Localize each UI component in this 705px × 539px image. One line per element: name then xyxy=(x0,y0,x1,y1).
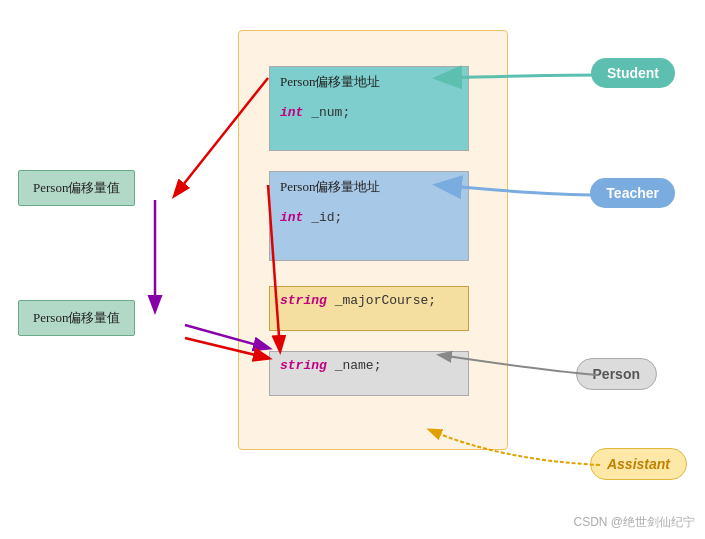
box3-varname: _majorCourse; xyxy=(335,293,436,308)
left-box-1: Person偏移量值 xyxy=(18,170,135,206)
left-box-1-label: Person偏移量值 xyxy=(33,180,120,195)
box4-varname: _name; xyxy=(335,358,382,373)
box2-title: Person偏移量地址 xyxy=(280,178,458,196)
mem-box-2: Person偏移量地址 int _id; xyxy=(269,171,469,261)
box1-varname: _num; xyxy=(311,105,350,120)
diagram: Person偏移量地址 int _num; Person偏移量地址 int _i… xyxy=(0,0,705,539)
left-box-2-label: Person偏移量值 xyxy=(33,310,120,325)
teacher-text: Teacher xyxy=(606,185,659,201)
int-keyword-2: int xyxy=(280,210,303,225)
mem-box-1: Person偏移量地址 int _num; xyxy=(269,66,469,151)
left-box-2: Person偏移量值 xyxy=(18,300,135,336)
box3-code: string _majorCourse; xyxy=(280,293,458,308)
string-keyword-2: string xyxy=(280,358,327,373)
string-keyword-1: string xyxy=(280,293,327,308)
center-panel: Person偏移量地址 int _num; Person偏移量地址 int _i… xyxy=(238,30,508,450)
student-text: Student xyxy=(607,65,659,81)
box2-varname: _id; xyxy=(311,210,342,225)
label-assistant: Assistant xyxy=(590,448,687,480)
int-keyword-1: int xyxy=(280,105,303,120)
assistant-text: Assistant xyxy=(607,456,670,472)
mem-box-string: string _majorCourse; xyxy=(269,286,469,331)
label-person: Person xyxy=(576,358,657,390)
label-student: Student xyxy=(591,58,675,88)
box1-code: int _num; xyxy=(280,105,458,120)
mem-box-name: string _name; xyxy=(269,351,469,396)
person-text: Person xyxy=(593,366,640,382)
watermark: CSDN @绝世剑仙纪宁 xyxy=(573,514,695,531)
box2-code: int _id; xyxy=(280,210,458,225)
label-teacher: Teacher xyxy=(590,178,675,208)
box1-title: Person偏移量地址 xyxy=(280,73,458,91)
box4-code: string _name; xyxy=(280,358,458,373)
